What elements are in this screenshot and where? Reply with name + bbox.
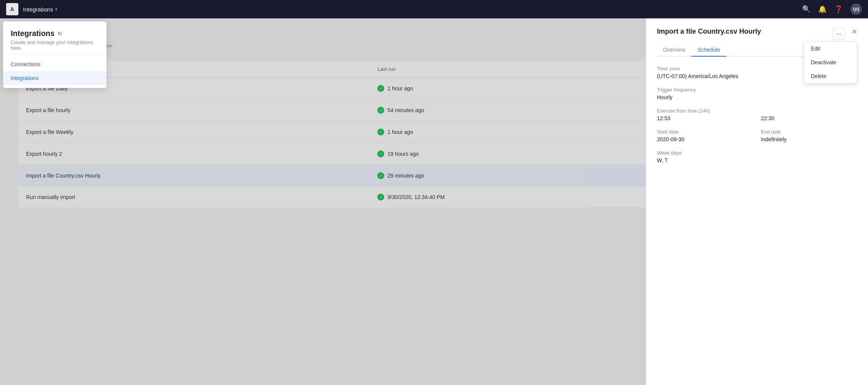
search-icon[interactable]: 🔍 (802, 5, 811, 13)
execute-from-end: 22:30 (761, 115, 858, 121)
execute-from-start: 12:53 (657, 115, 753, 121)
end-date-section: End date Indefinitely (761, 129, 858, 142)
start-date-section: Start date 2020-09-30 (657, 129, 753, 142)
tab-schedule[interactable]: Schedule (691, 44, 726, 57)
app-title-text: Integrations (23, 6, 53, 13)
date-grid: Start date 2020-09-30 End date Indefinit… (657, 129, 857, 150)
execute-from-label: Execute from time (24h) (657, 108, 857, 114)
context-menu-deactivate[interactable]: Deactivate (804, 55, 857, 69)
top-navigation: A Integrations ▾ 🔍 🔔 ❓ QQ (0, 0, 868, 18)
sidebar-item-connections[interactable]: Connections (3, 57, 106, 71)
topnav-icons: 🔍 🔔 ❓ QQ (802, 3, 862, 15)
app-title[interactable]: Integrations ▾ (23, 6, 57, 13)
left-dropdown-title-text: Integrations (11, 29, 54, 38)
trigger-frequency-section: Trigger frequency Hourly (657, 87, 857, 100)
refresh-icon[interactable]: ↻ (57, 31, 62, 37)
tab-overview[interactable]: Overview (657, 44, 691, 57)
left-dropdown-subtitle: Create and manage your integrations here… (11, 39, 99, 51)
close-icon[interactable]: ✕ (852, 28, 857, 36)
trigger-frequency-label: Trigger frequency (657, 87, 857, 93)
right-panel-title: Import a file Country.csv Hourly (657, 28, 761, 36)
left-dropdown-header: Integrations ↻ Create and manage your in… (3, 21, 106, 54)
right-panel-header: Import a file Country.csv Hourly ✕ (657, 28, 857, 36)
week-days-value: W, T (657, 157, 857, 163)
bell-icon[interactable]: 🔔 (818, 5, 827, 13)
week-days-label: Week days (657, 150, 857, 156)
context-menu-delete[interactable]: Delete (804, 69, 857, 83)
execute-from-section: Execute from time (24h) 12:53 22:30 (657, 108, 857, 121)
sidebar-item-integrations[interactable]: Integrations (3, 71, 106, 85)
context-menu-edit[interactable]: Edit (804, 42, 857, 55)
help-icon[interactable]: ❓ (834, 5, 843, 13)
end-date-value: Indefinitely (761, 136, 858, 142)
chevron-down-icon: ▾ (55, 7, 57, 12)
start-date-value: 2020-09-30 (657, 136, 753, 142)
avatar[interactable]: QQ (850, 3, 862, 15)
trigger-frequency-value: Hourly (657, 94, 857, 100)
week-days-section: Week days W, T (657, 150, 857, 163)
more-options-button[interactable]: ⋯ (833, 28, 845, 40)
left-dropdown-panel: Integrations ↻ Create and manage your in… (3, 21, 106, 88)
end-date-label: End date (761, 129, 858, 135)
app-logo: A (6, 3, 18, 15)
right-panel: Import a file Country.csv Hourly ✕ Overv… (646, 18, 868, 385)
start-date-label: Start date (657, 129, 753, 135)
context-menu: Edit Deactivate Delete (804, 41, 857, 83)
execute-from-grid: 12:53 22:30 (657, 115, 857, 121)
left-dropdown-title: Integrations ↻ (11, 29, 99, 38)
